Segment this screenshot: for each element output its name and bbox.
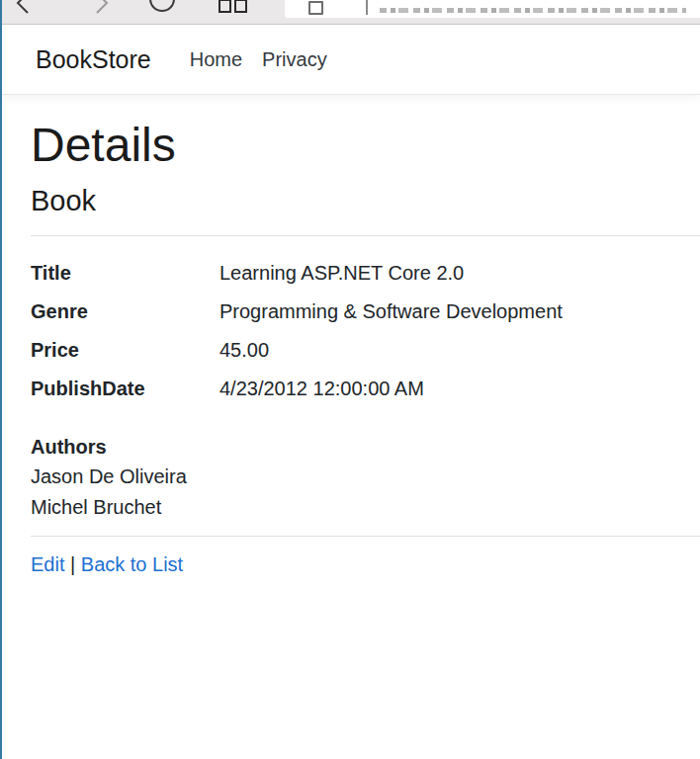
- action-links: Edit | Back to List: [31, 549, 700, 579]
- page-title: Details: [31, 117, 700, 174]
- author-name: Jason De Oliveira: [31, 462, 700, 492]
- field-label-price: Price: [31, 335, 219, 365]
- field-value-genre: Programming & Software Development: [219, 296, 700, 326]
- back-arrow-icon[interactable]: [12, 0, 34, 16]
- back-to-list-link[interactable]: Back to List: [81, 553, 183, 575]
- nav-item-privacy[interactable]: Privacy: [252, 41, 337, 79]
- page-subtitle: Book: [31, 185, 700, 217]
- field-value-title: Learning ASP.NET Core 2.0: [219, 258, 700, 288]
- forward-arrow-icon[interactable]: [91, 0, 113, 16]
- field-label-genre: Genre: [31, 296, 219, 326]
- book-details-list: Title Learning ASP.NET Core 2.0 Genre Pr…: [31, 258, 700, 403]
- browser-toolbar: [0, 0, 700, 25]
- address-bar[interactable]: [285, 0, 700, 18]
- refresh-icon[interactable]: [147, 0, 177, 14]
- divider: [31, 235, 700, 236]
- field-value-price: 45.00: [219, 335, 700, 365]
- window-accent-border: [0, 0, 2, 759]
- brand-link[interactable]: BookStore: [36, 45, 151, 74]
- field-label-title: Title: [31, 258, 219, 288]
- link-separator: |: [70, 553, 75, 575]
- url-text-clipped: [380, 8, 686, 13]
- field-label-publishdate: PublishDate: [31, 374, 219, 403]
- page-icon: [308, 1, 323, 15]
- main-content: Details Book Title Learning ASP.NET Core…: [0, 95, 700, 579]
- divider: [31, 536, 700, 537]
- author-name: Michel Bruchet: [31, 492, 700, 523]
- authors-label: Authors: [31, 432, 700, 462]
- text-cursor: [366, 0, 368, 15]
- edit-link[interactable]: Edit: [31, 553, 64, 575]
- site-navbar: BookStore Home Privacy: [0, 26, 700, 95]
- field-value-publishdate: 4/23/2012 12:00:00 AM: [219, 374, 700, 403]
- apps-grid-icon[interactable]: [219, 0, 248, 14]
- nav-item-home[interactable]: Home: [180, 41, 252, 79]
